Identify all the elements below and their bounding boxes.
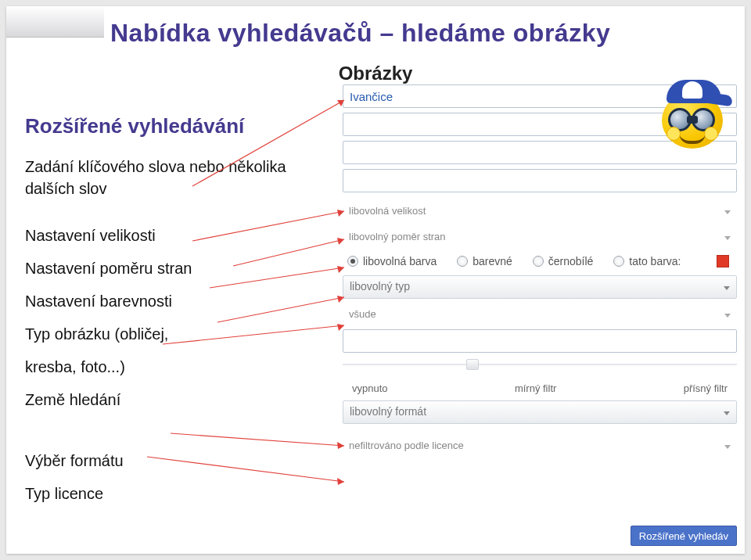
svg-marker-15 xyxy=(337,478,344,485)
annotation-format: Výběr formátu xyxy=(25,450,322,472)
safesearch-strict-label: přísný filtr xyxy=(684,382,728,394)
annotation-keyword: Zadání klíčového slova nebo několika dal… xyxy=(25,156,322,199)
safesearch-slider[interactable] xyxy=(343,357,737,372)
annotation-color: Nastavení barevnosti xyxy=(25,290,322,312)
where-select[interactable]: všude xyxy=(343,303,737,325)
title-band: Nabídka vyhledávačů – hledáme obrázky xyxy=(104,6,745,59)
license-select[interactable]: nefiltrováno podle licence xyxy=(343,435,737,456)
slide-sheet: Nabídka vyhledávačů – hledáme obrázky Ob… xyxy=(6,6,745,554)
type-select[interactable]: libovolný typ xyxy=(343,275,737,299)
color-radio-group: libovolná barva barevné černobílé tato b… xyxy=(343,252,737,271)
radio-label: tato barva: xyxy=(629,255,681,267)
country-input[interactable] xyxy=(343,329,737,353)
color-colored-option[interactable]: barevné xyxy=(457,255,512,267)
aspect-select[interactable]: libovolný poměr stran xyxy=(343,226,737,247)
annotation-type-line2: kresba, foto...) xyxy=(25,356,322,378)
radio-label: barevné xyxy=(473,255,512,267)
radio-icon xyxy=(347,256,358,267)
slider-track xyxy=(343,364,737,365)
radio-label: libovolná barva xyxy=(363,255,437,267)
radio-icon xyxy=(533,256,544,267)
radio-label: černobílé xyxy=(548,255,594,267)
advanced-search-button[interactable]: Rozšířené vyhledáv xyxy=(631,526,737,546)
annotation-type-line1: Typ obrázku (obličej, xyxy=(25,323,322,345)
safesearch-labels: vypnuto mírný filtr přísný filtr xyxy=(343,376,737,400)
format-select[interactable]: libovolný formát xyxy=(343,400,737,424)
radio-icon xyxy=(457,256,468,267)
radio-icon xyxy=(613,256,624,267)
color-any-option[interactable]: libovolná barva xyxy=(347,255,437,267)
mascot-illustration xyxy=(656,77,731,152)
slider-thumb-icon[interactable] xyxy=(466,359,479,370)
annotation-country: Země hledání xyxy=(25,389,322,411)
annotation-heading: Rozšířené vyhledávání xyxy=(25,112,322,140)
annotation-aspect: Nastavení poměru stran xyxy=(25,257,322,279)
color-swatch[interactable] xyxy=(717,255,729,267)
annotation-size: Nastavení velikosti xyxy=(25,224,322,246)
safesearch-off-label: vypnuto xyxy=(352,382,388,394)
safesearch-mid-label: mírný filtr xyxy=(515,382,556,394)
subtitle: Obrázky xyxy=(6,63,745,84)
annotation-license: Typ licence xyxy=(25,483,322,504)
annotation-panel: Rozšířené vyhledávání Zadání klíčového s… xyxy=(25,112,322,515)
size-select[interactable]: libovolná velikost xyxy=(343,200,737,221)
page-title: Nabídka vyhledávačů – hledáme obrázky xyxy=(110,19,610,48)
extra-input-3[interactable] xyxy=(343,169,737,192)
color-this-option[interactable]: tato barva: xyxy=(613,255,681,267)
color-bw-option[interactable]: černobílé xyxy=(533,255,594,267)
